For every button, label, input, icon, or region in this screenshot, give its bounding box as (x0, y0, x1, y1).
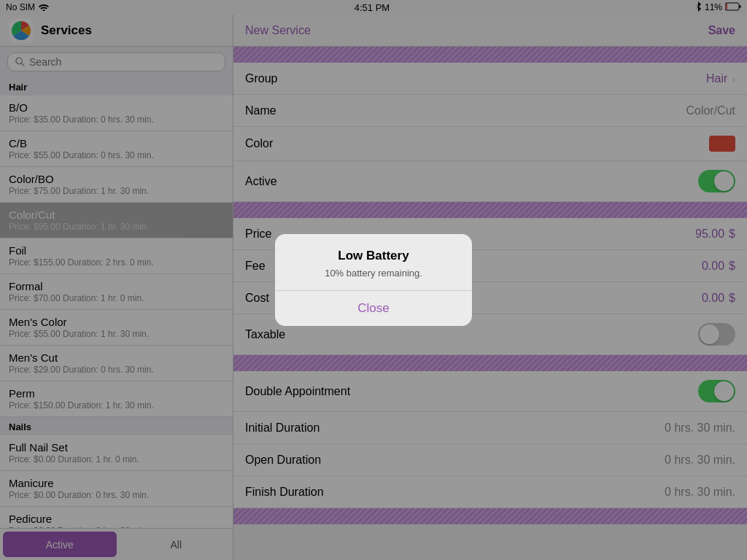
alert-message: 10% battery remaining. (275, 268, 472, 290)
alert-close-button[interactable]: Close (275, 291, 472, 326)
alert-title: Low Battery (275, 234, 472, 268)
alert-dialog: Low Battery 10% battery remaining. Close (275, 234, 472, 326)
overlay[interactable]: Low Battery 10% battery remaining. Close (0, 0, 747, 560)
